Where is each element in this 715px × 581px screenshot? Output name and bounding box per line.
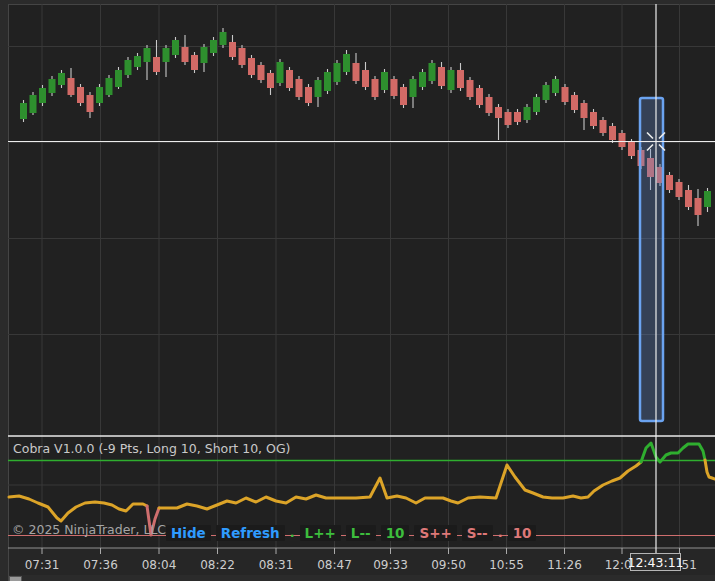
candle-body [201,47,208,63]
candle-body [666,175,673,190]
candle-body [486,97,493,113]
candle-body [514,112,521,122]
candle-body [676,182,683,197]
candle-body [590,112,597,126]
candle-body [343,54,350,72]
candle-body [258,65,265,80]
candle-body [125,60,132,75]
candle-body [334,63,341,82]
candle-body [704,191,711,207]
candle-body [495,107,502,118]
time-tick-label: 08:47 [317,558,352,572]
candle-body [163,48,170,62]
candle-body [467,80,474,97]
candle-body [391,79,398,96]
candle-body [96,87,103,103]
time-tick-label: 07:31 [25,558,60,572]
candle-body [685,190,692,207]
time-tick-label: 07:36 [83,558,118,572]
long-reduce-button[interactable]: L-- [346,525,376,541]
candle-body [115,70,122,87]
resize-grip-icon[interactable] [9,576,22,581]
candle-body [543,85,550,100]
candle-body [476,88,483,105]
indicator-toolbar: HideRefresh.L++L--10S++S--.10 [166,525,536,541]
candle-body [277,62,284,83]
candle-body [20,103,27,119]
chart-window: Cobra V1.0.0 (-9 Pts, Long 10, Short 10,… [0,0,715,581]
separator-dot: . [498,525,503,541]
candle-body [400,87,407,105]
candle-body [552,79,559,93]
candle-body [182,47,189,62]
short-reduce-button[interactable]: S-- [462,525,493,541]
time-tick-label: 09:33 [373,558,408,572]
candle-body [381,72,388,90]
indicator-line [705,460,715,479]
candle-body [619,133,626,147]
candle-body [172,40,179,55]
candle-body [77,87,84,103]
candle-body [229,42,236,57]
refresh-button[interactable]: Refresh [216,525,285,541]
candle-body [106,78,113,95]
candle-body [248,58,255,75]
candle-body [600,120,607,133]
crosshair-time-label: 12:43:11 [630,553,681,571]
candle-body [296,79,303,97]
candle-body [562,87,569,102]
candle-body [134,56,141,67]
candle-body [58,73,65,85]
candle-body [505,112,512,125]
candle-body [695,198,702,215]
time-tick-label: 08:22 [200,558,235,572]
candle-body [68,78,75,95]
candle-body [571,95,578,110]
candle-body [609,126,616,140]
candle-body [457,70,464,88]
candle-body [87,95,94,112]
time-tick-label: 11:26 [547,558,582,572]
candle-body [419,72,426,87]
candle-body [191,55,198,70]
candle-body [30,95,37,113]
time-tick-label: 10:55 [489,558,524,572]
candle-body [220,32,227,45]
short-qty-label[interactable]: 10 [508,525,537,541]
candlestick-chart[interactable] [0,0,715,581]
candle-body [239,48,246,65]
candle-body [429,63,436,81]
candle-body [39,88,46,103]
indicator-title: Cobra V1.0.0 (-9 Pts, Long 10, Short 10,… [13,441,290,456]
time-tick-label: 08:31 [259,558,294,572]
candle-body [153,57,160,72]
short-add-button[interactable]: S++ [414,525,456,541]
candle-body [267,73,274,88]
candle-body [581,103,588,118]
candle-body [210,40,217,53]
candle-body [533,97,540,112]
candle-body [49,79,56,93]
candle-body [628,142,635,156]
candle-body [524,107,531,120]
candle-body [144,48,151,62]
hide-button[interactable]: Hide [166,525,211,541]
candle-body [286,70,293,88]
copyright-text: © 2025 NinjaTrader, LLC [12,522,166,537]
candle-body [410,79,417,97]
time-tick-label: 08:04 [142,558,177,572]
long-qty-label[interactable]: 10 [381,525,410,541]
indicator-line [641,443,705,462]
candle-body [305,87,312,103]
candle-body [372,79,379,97]
indicator-line [9,496,147,521]
long-add-button[interactable]: L++ [300,525,341,541]
candle-body [362,70,369,87]
separator-dot: . [290,525,295,541]
candle-body [324,72,331,91]
candle-body [448,70,455,90]
candle-body [353,63,360,81]
candle-body [438,67,445,86]
time-tick-label: 09:50 [431,558,466,572]
candle-body [315,80,322,97]
